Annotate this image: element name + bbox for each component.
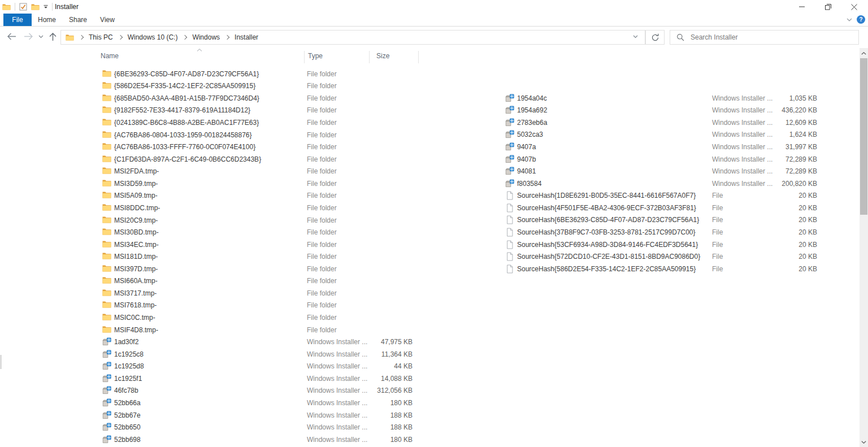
customize-toolbar-caret-icon[interactable] — [44, 5, 48, 9]
help-icon[interactable]: ? — [857, 15, 865, 24]
installer-icon — [505, 142, 514, 151]
recent-locations-chevron-icon[interactable] — [38, 35, 44, 38]
file-row[interactable]: 9407b Windows Installer ... 72,289 KB — [505, 153, 817, 166]
back-icon[interactable] — [7, 32, 16, 41]
file-row[interactable]: MSI2FDA.tmp- File folder — [102, 166, 413, 178]
column-header-type[interactable]: Type — [308, 52, 323, 60]
app-folder-icon[interactable] — [2, 3, 11, 11]
file-type: Windows Installer ... — [307, 387, 370, 394]
file-row[interactable]: SourceHash{37B8F9C7-03FB-3253-8781-2517C… — [505, 226, 817, 238]
file-row[interactable]: 1c1925c8 Windows Installer ... 11,364 KB — [102, 348, 413, 361]
file-row[interactable]: {9182F552-7E33-4417-8379-619A11184D12} F… — [102, 105, 413, 117]
search-input[interactable] — [689, 33, 858, 42]
file-row[interactable]: 52bb66a Windows Installer ... 180 KB — [102, 397, 413, 409]
file-row[interactable]: SourceHash{6BE36293-C85D-4F07-AD87-D23C7… — [505, 214, 817, 227]
address-dropdown-chevron-icon[interactable] — [633, 35, 638, 38]
breadcrumb-installer[interactable]: Installer — [235, 33, 258, 41]
file-row[interactable]: 52bb650 Windows Installer ... 188 KB — [102, 421, 413, 433]
column-divider[interactable] — [369, 51, 370, 63]
file-row[interactable]: MSIF4D8.tmp- File folder — [102, 324, 413, 336]
file-row[interactable]: MSI660A.tmp- File folder — [102, 275, 413, 288]
file-row[interactable]: MSI30BD.tmp- File folder — [102, 226, 413, 238]
vertical-scrollbar[interactable] — [860, 48, 868, 447]
close-icon[interactable] — [841, 0, 867, 14]
up-icon[interactable] — [49, 32, 57, 41]
file-row[interactable]: SourceHash{586D2E54-F335-14C2-1EF2-2C85A… — [505, 263, 817, 275]
file-row[interactable]: SourceHash{572DCD10-CF2E-43D1-8151-8BD9A… — [505, 250, 817, 263]
file-row[interactable]: MSI5A09.tmp- File folder — [102, 190, 413, 202]
window-controls — [789, 0, 867, 14]
file-row[interactable]: {6BE36293-C85D-4F07-AD87-D23C79CF56A1} F… — [102, 68, 413, 80]
file-row[interactable]: 2783eb6a Windows Installer ... 12,609 KB — [505, 116, 817, 129]
file-name: SourceHash{53CF6934-A98D-3D84-9146-FC4ED… — [517, 241, 712, 249]
file-row[interactable]: {C1FD63DA-897A-C2F1-6C49-0B6CC6D2343B} F… — [102, 153, 413, 166]
file-row[interactable]: MSI397D.tmp- File folder — [102, 263, 413, 275]
tab-home[interactable]: Home — [34, 14, 60, 26]
file-name: 2783eb6a — [517, 119, 712, 127]
column-divider[interactable] — [304, 51, 305, 63]
column-header-size[interactable]: Size — [376, 52, 389, 60]
tab-view[interactable]: View — [94, 14, 120, 26]
file-size: 72,289 KB — [774, 155, 817, 163]
file-row[interactable]: 9407a Windows Installer ... 31,997 KB — [505, 141, 817, 153]
file-row[interactable]: 1954a04c Windows Installer ... 1,035 KB — [505, 92, 817, 105]
file-row[interactable]: 94081 Windows Installer ... 72,289 KB — [505, 165, 817, 177]
minimize-icon[interactable] — [789, 0, 815, 14]
file-row[interactable]: MSI181D.tmp- File folder — [102, 250, 413, 263]
tab-file[interactable]: File — [3, 14, 32, 26]
file-name: {9182F552-7E33-4417-8379-619A11184D12} — [114, 106, 307, 114]
forward-icon[interactable] — [24, 32, 33, 41]
expand-ribbon-chevron-icon[interactable] — [847, 18, 852, 21]
scrollbar-thumb[interactable] — [860, 58, 867, 215]
file-row[interactable]: 52bb698 Windows Installer ... 180 KB — [102, 433, 413, 446]
file-row[interactable]: MSI7618.tmp- File folder — [102, 300, 413, 312]
file-row[interactable]: 1c1925f1 Windows Installer ... 14,088 KB — [102, 372, 413, 385]
file-row[interactable]: MSI8DDC.tmp- File folder — [102, 202, 413, 214]
file-row[interactable]: 5032ca3 Windows Installer ... 1,624 KB — [505, 129, 817, 141]
column-divider[interactable] — [418, 51, 419, 63]
file-row[interactable]: SourceHash{53CF6934-A98D-3D84-9146-FC4ED… — [505, 238, 817, 251]
file-type: File folder — [307, 70, 370, 78]
file-row[interactable]: 1c1925d8 Windows Installer ... 44 KB — [102, 361, 413, 373]
file-row[interactable]: 1ad30f2 Windows Installer ... 47,975 KB — [102, 336, 413, 348]
scroll-up-chevron-icon[interactable] — [860, 49, 868, 58]
file-row[interactable]: {0241389C-B6C8-4B88-A2BE-AB0AC1F77E63} F… — [102, 116, 413, 129]
breadcrumb-drive-c[interactable]: Windows 10 (C:) — [128, 33, 178, 41]
file-row[interactable]: 52bb67e Windows Installer ... 188 KB — [102, 409, 413, 422]
address-folder-icon[interactable] — [66, 34, 74, 41]
properties-checkbox-icon[interactable] — [19, 3, 27, 11]
file-row[interactable]: 46fc78b Windows Installer ... 312,056 KB — [102, 385, 413, 397]
file-type: File folder — [307, 204, 370, 212]
refresh-icon[interactable] — [645, 30, 665, 45]
breadcrumb-separator-icon[interactable] — [183, 35, 187, 40]
file-row[interactable]: {586D2E54-F335-14C2-1EF2-2C85AA509915} F… — [102, 80, 413, 93]
file-row[interactable]: MSI20C9.tmp- File folder — [102, 214, 413, 227]
file-name: {6BE36293-C85D-4F07-AD87-D23C79CF56A1} — [114, 70, 307, 78]
file-row[interactable]: MSI34EC.tmp- File folder — [102, 238, 413, 251]
file-row[interactable]: {AC76BA86-0804-1033-1959-001824458876} F… — [102, 129, 413, 141]
file-row[interactable]: 1954a692 Windows Installer ... 436,220 K… — [505, 105, 817, 117]
scroll-down-chevron-icon[interactable] — [860, 437, 868, 446]
breadcrumb-windows[interactable]: Windows — [192, 33, 220, 41]
file-row[interactable]: MSIC0C.tmp- File folder — [102, 311, 413, 324]
file-row[interactable]: SourceHash{1D8E6291-B0D5-35EC-8441-6616F… — [505, 190, 817, 202]
file-row[interactable]: MSI3717.tmp- File folder — [102, 287, 413, 300]
file-type: File — [712, 192, 774, 199]
file-row[interactable]: {AC76BA86-1033-FFFF-7760-0C0F074E4100} F… — [102, 141, 413, 153]
file-size: 72,289 KB — [774, 167, 817, 175]
restore-icon[interactable] — [815, 0, 841, 14]
tab-share[interactable]: Share — [63, 14, 93, 26]
breadcrumb-this-pc[interactable]: This PC — [89, 33, 113, 41]
breadcrumb-separator-icon[interactable] — [118, 35, 122, 40]
breadcrumb-separator-icon[interactable] — [79, 35, 84, 40]
file-row[interactable]: f803584 Windows Installer ... 200,820 KB — [505, 177, 817, 190]
breadcrumb-separator-icon[interactable] — [225, 35, 229, 40]
file-row[interactable]: {685BAD50-A3AA-4B91-A15B-77F9DC7346D4} F… — [102, 92, 413, 105]
address-bar[interactable]: This PC Windows 10 (C:) Windows Installe… — [60, 30, 645, 45]
file-row[interactable]: SourceHash{4F501F5E-4BA2-4306-9ECF-372B0… — [505, 202, 817, 214]
file-type: File folder — [307, 289, 370, 297]
new-folder-icon[interactable] — [31, 3, 40, 11]
file-row[interactable]: MSI3D59.tmp- File folder — [102, 177, 413, 190]
file-type: File folder — [307, 314, 370, 322]
column-header-name[interactable]: Name — [101, 52, 119, 60]
